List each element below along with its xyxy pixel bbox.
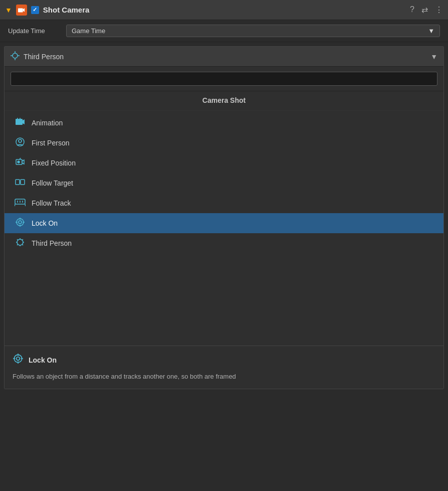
enabled-checkbox[interactable]	[31, 6, 39, 14]
svg-rect-17	[16, 180, 20, 185]
menu-item-third-person-label: Third Person	[32, 239, 72, 247]
section-header-icon	[11, 51, 20, 62]
search-input[interactable]	[11, 72, 437, 86]
menu-item-follow-target-label: Follow Target	[32, 179, 73, 187]
menu-list: Animation First Person	[5, 111, 443, 255]
desc-title: Lock On	[29, 356, 57, 364]
description-footer: Lock On Follows an object from a distanc…	[5, 346, 443, 389]
header-bar: ▼ Shot Camera ? ⇄ ⋮	[0, 0, 448, 20]
update-time-select[interactable]: Game Time ▼	[66, 25, 440, 37]
svg-point-26	[17, 219, 24, 226]
svg-point-2	[13, 53, 18, 58]
animation-icon	[15, 117, 26, 129]
first-person-icon	[15, 137, 26, 149]
more-icon[interactable]: ⋮	[435, 5, 443, 15]
svg-point-42	[17, 357, 20, 361]
follow-target-icon	[15, 177, 26, 190]
desc-header: Lock On	[13, 353, 435, 367]
follow-track-icon	[15, 198, 26, 209]
menu-item-lock-on[interactable]: Lock On	[5, 213, 443, 233]
menu-item-first-person-label: First Person	[32, 139, 69, 147]
main-panel: Third Person ▼ Camera Shot Animation	[4, 46, 444, 389]
camera-shot-label: Camera Shot	[5, 91, 443, 111]
update-time-row: Update Time Game Time ▼	[0, 20, 448, 42]
menu-item-third-person[interactable]: Third Person	[5, 233, 443, 253]
lock-on-icon	[15, 217, 26, 230]
svg-rect-18	[21, 180, 25, 185]
svg-line-39	[22, 239, 24, 241]
update-time-label: Update Time	[8, 27, 58, 35]
svg-marker-8	[23, 119, 25, 124]
menu-item-first-person[interactable]: First Person	[5, 133, 443, 153]
svg-point-12	[19, 139, 22, 142]
section-chevron-icon: ▼	[430, 53, 437, 61]
section-header[interactable]: Third Person ▼	[5, 47, 443, 67]
section-header-label: Third Person	[24, 53, 430, 61]
menu-item-follow-track-label: Follow Track	[32, 199, 71, 207]
svg-marker-1	[23, 8, 25, 12]
fixed-position-icon	[15, 157, 26, 169]
third-person-icon	[15, 237, 26, 250]
svg-line-22	[25, 204, 26, 206]
svg-line-21	[15, 204, 15, 206]
menu-item-lock-on-label: Lock On	[32, 219, 58, 227]
svg-point-15	[18, 161, 20, 163]
svg-line-37	[17, 239, 19, 241]
menu-item-animation[interactable]: Animation	[5, 113, 443, 133]
header-actions: ? ⇄ ⋮	[410, 5, 443, 15]
desc-icon	[13, 353, 24, 367]
svg-point-41	[14, 355, 22, 362]
empty-area	[5, 255, 443, 346]
sliders-icon[interactable]: ⇄	[421, 5, 428, 15]
svg-point-27	[19, 221, 22, 224]
panel-title: Shot Camera	[43, 6, 406, 14]
menu-item-fixed-position[interactable]: Fixed Position	[5, 153, 443, 173]
menu-item-animation-label: Animation	[32, 119, 63, 127]
update-time-value: Game Time	[72, 27, 105, 35]
search-bar-area	[5, 67, 443, 91]
svg-line-38	[22, 244, 24, 245]
select-arrow-icon: ▼	[428, 27, 434, 35]
menu-item-fixed-position-label: Fixed Position	[32, 159, 76, 167]
menu-item-follow-track[interactable]: Follow Track	[5, 193, 443, 213]
svg-line-40	[17, 244, 19, 245]
svg-rect-0	[18, 8, 23, 12]
menu-item-follow-target[interactable]: Follow Target	[5, 173, 443, 193]
collapse-arrow-icon[interactable]: ▼	[5, 6, 12, 14]
svg-marker-14	[22, 160, 24, 164]
desc-text: Follows an object from a distance and tr…	[13, 372, 435, 382]
svg-rect-7	[16, 119, 23, 125]
help-icon[interactable]: ?	[410, 5, 414, 15]
camera-type-icon	[16, 5, 27, 16]
